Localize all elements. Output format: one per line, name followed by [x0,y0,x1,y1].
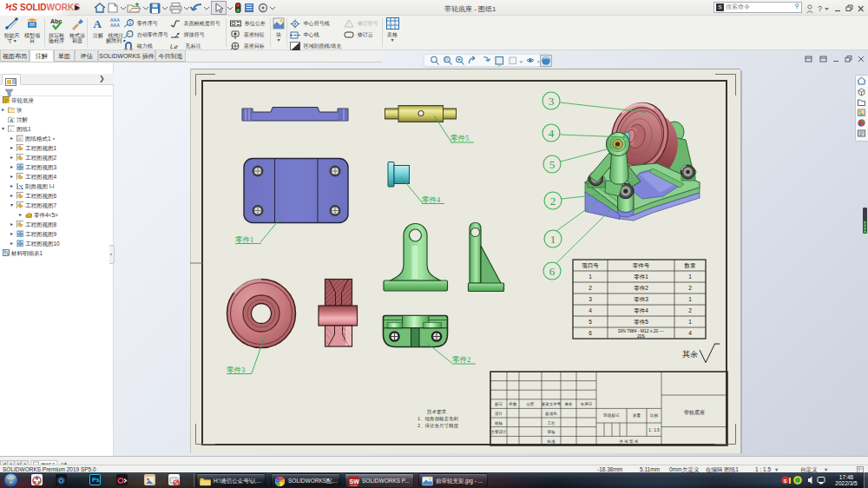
svg-text:2019: 2019 [351,485,358,488]
svg-text:20S: 20S [637,333,646,339]
svg-text:零件号: 零件号 [633,262,650,269]
svg-text:1: 1 [129,20,132,25]
svg-text:2: 2 [688,307,692,313]
svg-text:数量: 数量 [684,262,697,268]
svg-text:3: 3 [589,296,592,302]
svg-text:零件4: 零件4 [634,307,648,314]
svg-text:零件1: 零件1 [634,274,648,280]
svg-text:工艺: 工艺 [548,420,556,425]
svg-text:AAA: AAA [110,23,120,28]
svg-text:年月日: 年月日 [581,402,593,406]
svg-text:零件2: 零件2 [452,355,470,364]
svg-text:1: 1 [550,233,556,246]
svg-text:批准: 批准 [547,439,556,444]
svg-text:零件4: 零件4 [422,195,441,204]
svg-text:4: 4 [589,307,592,313]
svg-text:4: 4 [549,127,555,140]
svg-text:分区: 分区 [527,401,536,406]
svg-text:共 张 第 张: 共 张 第 张 [620,439,639,444]
svg-text:零件5: 零件5 [634,319,648,326]
svg-text:3: 3 [549,95,555,108]
svg-text:1: 1 [688,274,692,280]
svg-text:带轮底座: 带轮底座 [684,409,705,416]
svg-text:2、保证各尺寸精度: 2、保证各尺寸精度 [418,423,459,429]
svg-text:主管设计: 主管设计 [491,429,508,434]
svg-text:设计: 设计 [495,411,503,416]
svg-text:1: 1 [688,296,692,302]
svg-text:2: 2 [550,195,556,208]
svg-text:技术要求: 技术要求 [427,409,447,415]
svg-text:阶段标记: 阶段标记 [604,412,621,419]
svg-text:S: S [784,478,787,484]
svg-text:其余: 其余 [682,350,698,359]
svg-text:零件3: 零件3 [634,296,648,303]
svg-text:2: 2 [688,285,692,291]
svg-text:5: 5 [549,158,556,171]
svg-text:1: 1 [589,274,592,280]
svg-text:L⌀: L⌀ [170,43,178,49]
svg-text:5: 5 [589,319,592,325]
svg-text:A: A [10,118,14,123]
svg-text:校核: 校核 [495,421,503,425]
svg-text:处数: 处数 [510,401,518,406]
svg-text:4: 4 [688,330,692,336]
svg-text:零件5: 零件5 [450,134,469,142]
svg-text:更改文件号: 更改文件号 [542,401,562,406]
svg-text:零件3: 零件3 [227,366,245,374]
svg-text:1: 1 [688,319,692,325]
svg-text:?: ? [818,4,822,13]
svg-text:!: ! [348,22,350,27]
svg-text:2: 2 [589,285,592,291]
svg-text:1 : 1.5: 1 : 1.5 [648,428,660,432]
svg-text:A: A [93,17,102,30]
svg-text:零件2: 零件2 [634,285,648,292]
svg-text:质量: 质量 [633,413,641,418]
svg-text:签名: 签名 [565,402,573,406]
svg-text:标记: 标记 [494,401,503,407]
svg-text:标准化: 标准化 [544,411,557,417]
svg-text:项目号: 项目号 [582,262,599,268]
svg-text:6: 6 [549,265,556,278]
svg-text:审核: 审核 [548,430,556,434]
svg-text:零件1: 零件1 [235,235,253,244]
svg-text:1、锐角倒棱去毛刺: 1、锐角倒棱去毛刺 [418,416,458,422]
svg-text:6: 6 [589,330,592,336]
